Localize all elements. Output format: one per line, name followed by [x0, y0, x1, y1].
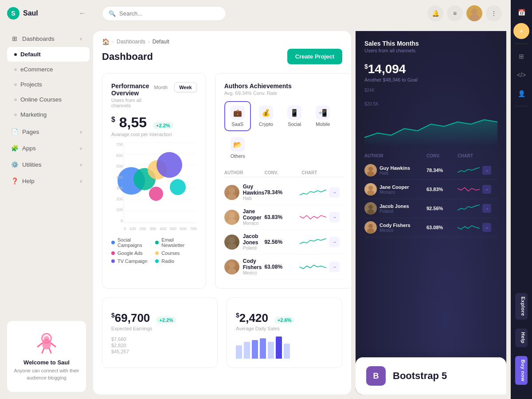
sidebar-item-pages[interactable]: 📄 Pages ∨ [4, 124, 90, 140]
svg-line-4 [38, 343, 42, 347]
author-row-jane: Jane Cooper Monaco 63.83% → [224, 205, 344, 230]
svg-line-6 [42, 348, 44, 353]
legend-email: Email Newsletter [155, 237, 196, 248]
brand-icon: S [7, 7, 20, 20]
chevron-icon: ∧ [79, 36, 82, 41]
sidebar-item-help[interactable]: ❓ Help ∨ [4, 173, 90, 189]
daily-sales-label: Average Daily Sales [236, 326, 333, 331]
create-project-button[interactable]: Create Project [287, 49, 342, 64]
svg-point-20 [368, 186, 373, 190]
author-avatar-jane [224, 210, 239, 225]
dark-author-row-jane: Jane Cooper Monaco 63.83% → [364, 180, 497, 199]
period-week-tab[interactable]: Week [174, 82, 197, 92]
page-wrapper: 🏠 › Dashboards › Default Dashboard Creat… [93, 27, 511, 399]
svg-point-21 [367, 190, 374, 196]
svg-line-5 [51, 343, 55, 347]
sidebar-item-ecommerce[interactable]: eCommerce [7, 62, 90, 77]
right-toolbar: 📅 + ⊞ </> 👤 Explore Help Buy now [511, 0, 532, 399]
daily-sales-card: $2,420 +2.6% Average Daily Sales [227, 297, 342, 368]
page-title: Dashboard [102, 51, 153, 63]
sidebar-item-marketing[interactable]: Marketing [7, 107, 90, 122]
perf-title: Performance Overview [111, 82, 149, 97]
sidebar-item-online-courses[interactable]: Online Courses [7, 92, 90, 107]
sidebar-item-dashboards[interactable]: ⊞ Dashboards ∧ [4, 31, 90, 47]
settings-btn[interactable]: ≡ [447, 5, 463, 21]
nav-dot [14, 68, 17, 71]
buy-now-btn[interactable]: Buy now [515, 356, 528, 385]
brand: S Saul [7, 7, 38, 20]
dark-view-btn-jacob[interactable]: → [482, 204, 491, 213]
view-btn-jane[interactable]: → [329, 212, 340, 223]
crypto-icon: 💰 [259, 106, 273, 120]
earnings-badge: +2.2% [156, 317, 176, 324]
help-btn[interactable]: Help [515, 329, 528, 347]
chevron-icon: ∨ [79, 179, 82, 184]
sidebar-item-apps[interactable]: 🧩 Apps ∨ [4, 140, 90, 156]
period-tabs: Month Week [149, 82, 197, 92]
sidebar-header: S Saul ← [0, 0, 93, 27]
sales-bars [236, 336, 333, 359]
dark-view-btn-cody[interactable]: → [482, 223, 491, 232]
author-avatar-jacob [224, 235, 239, 250]
dark-view-btn-jane[interactable]: → [482, 185, 491, 194]
svg-point-13 [227, 219, 236, 225]
mini-chart-cody [300, 262, 326, 272]
dashboard-grid: Performance Overview Users from all chan… [102, 73, 342, 289]
earnings-label: Expected Earnings [111, 326, 208, 331]
breadcrumb-dashboards[interactable]: Dashboards [117, 39, 145, 45]
main-content: 🔍 🔔 ≡ ⋮ 🏠 › Dashboards › Default [93, 0, 511, 399]
view-btn-jacob[interactable]: → [329, 237, 340, 247]
tab-others[interactable]: 📂 Others [224, 133, 251, 163]
sidebar-item-utilities[interactable]: ⚙️ Utilities ∨ [4, 156, 90, 172]
dark-avatar-jacob [364, 202, 377, 215]
dark-author-row-guy: Guy Hawkins Haiti 78.34% → [364, 161, 497, 180]
dark-mini-chart-guy [458, 166, 480, 175]
period-month-tab[interactable]: Month [149, 82, 173, 92]
svg-point-23 [367, 209, 374, 215]
grid-btn[interactable]: ⊞ [513, 48, 529, 64]
page-inner: 🏠 › Dashboards › Default Dashboard Creat… [93, 31, 351, 395]
breadcrumb-home[interactable]: 🏠 [102, 38, 110, 45]
view-btn-cody[interactable]: → [329, 262, 340, 272]
sidebar-item-projects[interactable]: Projects [7, 77, 90, 92]
sidebar: S Saul ← ⊞ Dashboards ∧ Default [0, 0, 93, 399]
tab-social[interactable]: 📱 Social [281, 101, 308, 131]
right-panel: Sales This Months Users from all channel… [356, 31, 506, 395]
plus-btn[interactable]: + [513, 23, 529, 39]
search-bar[interactable]: 🔍 [102, 6, 226, 21]
saas-icon: 💼 [231, 106, 245, 120]
sidebar-toggle[interactable]: ← [79, 9, 86, 17]
svg-point-24 [368, 224, 373, 228]
breadcrumb: 🏠 › Dashboards › Default [102, 38, 342, 45]
legend-tv: TV Campaign [111, 258, 153, 264]
view-btn-guy[interactable]: → [329, 187, 340, 198]
code-btn[interactable]: </> [513, 67, 529, 83]
author-row-jacob: Jacob Jones Poland 92.56% → [224, 230, 344, 254]
svg-point-22 [368, 205, 373, 209]
tab-mobile[interactable]: 📲 Mobile [309, 101, 336, 131]
tab-crypto[interactable]: 💰 Crypto [253, 101, 279, 131]
legend-radio: Radio [155, 258, 196, 264]
calendar-btn[interactable]: 📅 [513, 4, 529, 20]
sidebar-item-default[interactable]: Default [7, 47, 90, 62]
more-options-btn[interactable]: ⋮ [486, 5, 502, 21]
dark-view-btn-guy[interactable]: → [482, 166, 491, 175]
authors-card: Authors Achievements Avg. 69.34% Conv. R… [215, 73, 351, 289]
astronaut-illustration [29, 327, 64, 354]
search-input[interactable] [119, 10, 219, 17]
user-avatar[interactable] [466, 5, 482, 21]
search-icon: 🔍 [109, 10, 116, 17]
tab-saas[interactable]: 💼 SaaS [224, 101, 251, 131]
svg-point-8 [471, 8, 477, 15]
svg-line-7 [49, 348, 51, 353]
user-btn[interactable]: 👤 [513, 86, 529, 102]
explore-btn[interactable]: Explore [515, 293, 528, 320]
bubble-tv [156, 152, 182, 178]
legend-courses: Courses [155, 250, 196, 256]
svg-point-16 [229, 262, 235, 268]
notifications-btn[interactable]: 🔔 [427, 5, 443, 21]
sales-subtitle: Users from all channels [364, 48, 419, 53]
expected-earnings-card: $69,700 +2.2% Expected Earnings $7,660 $… [102, 297, 218, 368]
svg-point-15 [227, 243, 236, 250]
sales-goal: Another $48,346 to Goal [364, 77, 497, 82]
